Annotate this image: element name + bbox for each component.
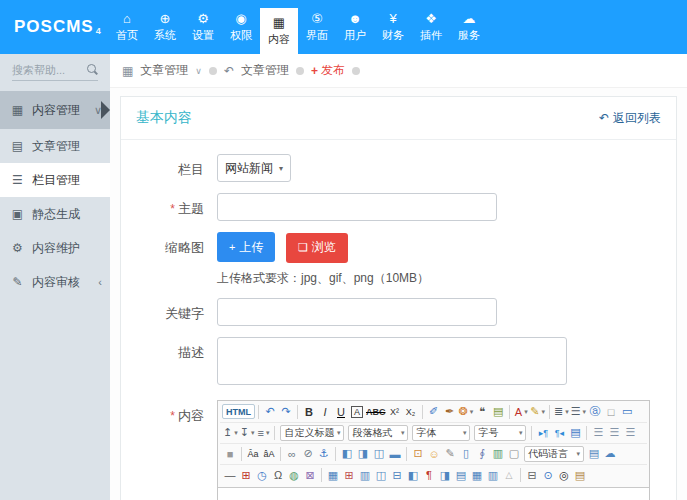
sidebar-menu-item[interactable]: ✎ 内容审核 ‹ bbox=[0, 265, 110, 299]
nav-item[interactable]: ☻ 用户 bbox=[336, 0, 374, 54]
font-size-select[interactable]: 字号▾ bbox=[474, 425, 526, 441]
insert-image-icon[interactable]: ⊡ bbox=[410, 445, 426, 463]
paste-icon[interactable]: ▤ bbox=[572, 466, 588, 484]
line-height-icon[interactable]: ≡▾ bbox=[255, 424, 271, 442]
nav-item[interactable]: ☁ 服务 bbox=[450, 0, 488, 54]
table-settings-icon[interactable]: ⊞ bbox=[341, 466, 357, 484]
paragraph-format-select[interactable]: 段落格式▾ bbox=[348, 425, 408, 441]
insert-row-icon[interactable]: ⊟ bbox=[389, 466, 405, 484]
breadcrumb-publish-tab[interactable]: + 发布 bbox=[311, 62, 345, 79]
nav-item[interactable]: ⌂ 首页 bbox=[108, 0, 146, 54]
autotypeset-icon[interactable]: A bbox=[349, 403, 365, 421]
link-icon[interactable]: ∞ bbox=[284, 445, 300, 463]
insert-iframe-icon[interactable]: ▥ bbox=[490, 445, 506, 463]
image-inline-icon[interactable]: ◫ bbox=[371, 445, 387, 463]
editor-content-area[interactable] bbox=[218, 488, 649, 500]
time-icon[interactable]: ◷ bbox=[254, 466, 270, 484]
align-right-icon[interactable]: ☰ bbox=[622, 424, 638, 442]
nav-item[interactable]: ◉ 权限 bbox=[222, 0, 260, 54]
keywords-input[interactable] bbox=[217, 298, 497, 326]
insert-video-icon[interactable]: ▯ bbox=[458, 445, 474, 463]
remote-attachment-icon[interactable]: ☁ bbox=[602, 445, 618, 463]
sidebar-menu-item[interactable]: ▣ 静态生成 bbox=[0, 197, 110, 231]
dot-indicator[interactable] bbox=[296, 67, 304, 75]
palette-icon[interactable]: ❂▾ bbox=[458, 403, 475, 421]
insert-table-icon[interactable]: ▦ bbox=[325, 466, 341, 484]
align-left-icon[interactable]: ☰ bbox=[590, 424, 606, 442]
sidebar-menu-item[interactable]: ▦ 内容管理 ∨ bbox=[0, 91, 110, 129]
align-center-icon[interactable]: ☰ bbox=[606, 424, 622, 442]
date-icon[interactable]: ⊞ bbox=[238, 466, 254, 484]
special-char-icon[interactable]: Ω bbox=[270, 466, 286, 484]
split-cell-icon[interactable]: ◨ bbox=[437, 466, 453, 484]
logo[interactable]: POSCMS4 bbox=[0, 0, 108, 54]
superscript-icon[interactable]: X² bbox=[387, 403, 403, 421]
merge-cells-icon[interactable]: ◫ bbox=[373, 466, 389, 484]
horizontal-rule-icon[interactable]: — bbox=[222, 466, 238, 484]
blockquote-icon[interactable]: ❝ bbox=[474, 403, 490, 421]
bold-icon[interactable]: B bbox=[301, 403, 317, 421]
font-family-select[interactable]: 字体▾ bbox=[412, 425, 470, 441]
anchor-word-icon[interactable]: ⓐ bbox=[587, 403, 603, 421]
formula-icon[interactable]: ⊠ bbox=[302, 466, 318, 484]
dot-indicator[interactable] bbox=[209, 67, 217, 75]
back-to-list-link[interactable]: ↶ 返回列表 bbox=[599, 110, 661, 127]
upload-button[interactable]: + 上传 bbox=[217, 232, 275, 262]
table-sort-icon[interactable]: ▦ bbox=[469, 466, 485, 484]
paste-filter-icon[interactable]: ▤ bbox=[490, 403, 506, 421]
insert-code-icon[interactable]: ▤ bbox=[586, 445, 602, 463]
to-lowercase-icon[interactable]: âA bbox=[261, 445, 277, 463]
find-replace-icon[interactable]: ◎ bbox=[556, 466, 572, 484]
description-textarea[interactable] bbox=[217, 337, 567, 385]
ltr-icon[interactable]: ▸¶ bbox=[535, 424, 551, 442]
collapse-toolbar-icon[interactable]: △ bbox=[501, 466, 517, 484]
search-input[interactable] bbox=[12, 64, 87, 76]
nav-item[interactable]: ▦ 内容 bbox=[260, 8, 298, 54]
anchor-icon[interactable]: ⚓ bbox=[316, 445, 332, 463]
caret-down-icon[interactable]: ∨ bbox=[195, 66, 202, 76]
fullscreen-icon[interactable]: ▭ bbox=[619, 403, 635, 421]
scrawl-icon[interactable]: ✎ bbox=[442, 445, 458, 463]
sidebar-menu-item[interactable]: ⚙ 内容维护 bbox=[0, 231, 110, 265]
table-border-icon[interactable]: ▥ bbox=[485, 466, 501, 484]
table-header-icon[interactable]: ▤ bbox=[453, 466, 469, 484]
attachment-icon[interactable]: ∮ bbox=[474, 445, 490, 463]
source-code-button[interactable]: HTML bbox=[222, 404, 255, 419]
nav-item[interactable]: ❖ 插件 bbox=[412, 0, 450, 54]
dot-indicator[interactable] bbox=[352, 67, 360, 75]
underline-icon[interactable]: U bbox=[333, 403, 349, 421]
nav-item[interactable]: ⑤ 界面 bbox=[298, 0, 336, 54]
image-left-icon[interactable]: ◧ bbox=[339, 445, 355, 463]
unlink-icon[interactable]: ⊘ bbox=[300, 445, 316, 463]
print-icon[interactable]: ⊟ bbox=[524, 466, 540, 484]
paragraph-settings-icon[interactable]: ▤ bbox=[567, 424, 583, 442]
unordered-list-icon[interactable]: ☰▾ bbox=[570, 403, 587, 421]
emotion-icon[interactable]: ☺ bbox=[426, 445, 442, 463]
image-center-icon[interactable]: ▬ bbox=[387, 445, 403, 463]
rtl-icon[interactable]: ¶◂ bbox=[551, 424, 567, 442]
code-language-select[interactable]: 代码语言▾ bbox=[524, 446, 584, 462]
nav-item[interactable]: ⚙ 设置 bbox=[184, 0, 222, 54]
delete-table-icon[interactable]: ¶ bbox=[421, 466, 437, 484]
subject-input[interactable] bbox=[217, 193, 497, 221]
italic-icon[interactable]: I bbox=[317, 403, 333, 421]
custom-title-select[interactable]: 自定义标题▾ bbox=[280, 425, 344, 441]
breadcrumb-section[interactable]: 文章管理 bbox=[140, 62, 188, 79]
nav-item[interactable]: ¥ 财务 bbox=[374, 0, 412, 54]
to-uppercase-icon[interactable]: Âa bbox=[245, 445, 261, 463]
image-float-none-icon[interactable]: ■ bbox=[222, 445, 238, 463]
browse-button[interactable]: ❏ 浏览 bbox=[286, 233, 348, 263]
sidebar-menu-item[interactable]: ☰ 栏目管理 bbox=[0, 163, 110, 197]
paragraph-spacing-top-icon[interactable]: ↥▾ bbox=[222, 424, 239, 442]
strikethrough-icon[interactable]: ABC bbox=[365, 403, 387, 421]
format-brush-icon[interactable]: ✐ bbox=[426, 403, 442, 421]
redo-icon[interactable]: ↷ bbox=[278, 403, 294, 421]
category-select[interactable]: 网站新闻 ▾ bbox=[217, 154, 291, 182]
font-color-icon[interactable]: A▾ bbox=[513, 403, 529, 421]
sidebar-menu-item[interactable]: ▤ 文章管理 bbox=[0, 129, 110, 163]
template-icon[interactable]: ▢ bbox=[506, 445, 522, 463]
insert-col-icon[interactable]: ◧ bbox=[405, 466, 421, 484]
eraser-icon[interactable]: ✒ bbox=[442, 403, 458, 421]
search-icon[interactable] bbox=[87, 64, 98, 76]
preview-icon[interactable]: ⊙ bbox=[540, 466, 556, 484]
